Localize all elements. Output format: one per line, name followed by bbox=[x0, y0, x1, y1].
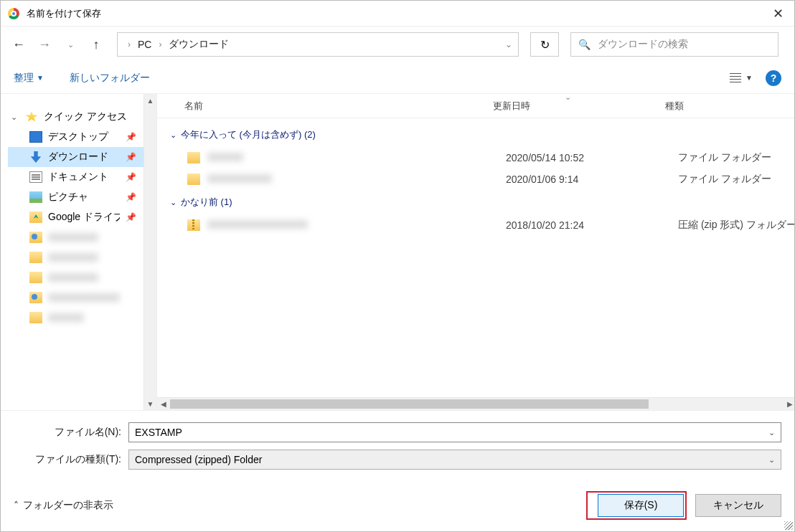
folder-icon bbox=[29, 292, 42, 303]
breadcrumb-downloads[interactable]: ダウンロード bbox=[166, 38, 232, 51]
pictures-icon bbox=[29, 191, 42, 203]
folder-icon bbox=[29, 232, 42, 243]
details-view-icon bbox=[730, 73, 741, 83]
chrome-icon bbox=[8, 8, 19, 19]
sidebar-item-folder[interactable] bbox=[8, 267, 144, 288]
filetype-label: ファイルの種類(T): bbox=[14, 453, 128, 466]
sidebar-item-folder[interactable] bbox=[8, 308, 144, 328]
chevron-down-icon: ⌄ bbox=[11, 113, 19, 122]
pin-icon: 📌 bbox=[126, 172, 136, 182]
search-input[interactable]: 🔍 ダウンロードの検索 bbox=[570, 32, 778, 57]
search-icon: 🔍 bbox=[578, 39, 591, 50]
google-drive-icon bbox=[29, 212, 42, 223]
refresh-button[interactable]: ↻ bbox=[530, 32, 559, 57]
horizontal-scrollbar[interactable]: ◀ ▶ bbox=[157, 397, 794, 410]
chevron-down-icon: ⌄ bbox=[170, 198, 177, 207]
file-group-header[interactable]: ⌄ 今年に入って (今月は含めず) (2) bbox=[157, 123, 794, 147]
resize-grip[interactable] bbox=[784, 521, 793, 530]
sidebar-item-downloads[interactable]: ダウンロード 📌 bbox=[8, 147, 144, 167]
recent-locations-button[interactable]: ⌄ bbox=[61, 35, 80, 54]
filetype-select[interactable]: Compressed (zipped) Folder ⌄ bbox=[128, 450, 781, 470]
nav-bar: ← → ⌄ ↑ › PC › ダウンロード ⌄ ↻ 🔍 ダウンロードの検索 bbox=[1, 27, 794, 62]
folder-icon bbox=[29, 252, 42, 263]
help-button[interactable]: ? bbox=[766, 70, 781, 86]
close-button[interactable]: ✕ bbox=[761, 1, 794, 27]
desktop-icon bbox=[29, 131, 42, 143]
sidebar-scrollbar[interactable]: ▲ ▼ bbox=[144, 94, 156, 410]
pin-icon: 📌 bbox=[126, 192, 136, 202]
search-placeholder: ダウンロードの検索 bbox=[598, 38, 688, 51]
pin-icon: 📌 bbox=[126, 132, 136, 142]
organize-button[interactable]: 整理▼ bbox=[14, 72, 44, 85]
hide-folders-button[interactable]: ˄ フォルダーの非表示 bbox=[14, 499, 113, 512]
scrollbar-thumb[interactable] bbox=[170, 399, 649, 409]
scroll-up-icon[interactable]: ▲ bbox=[144, 94, 156, 107]
filename-form: ファイル名(N): EXSTAMP ⌄ ファイルの種類(T): Compress… bbox=[1, 410, 794, 483]
scroll-down-icon[interactable]: ▼ bbox=[144, 397, 156, 410]
back-button[interactable]: ← bbox=[9, 35, 28, 54]
sidebar-item-folder[interactable] bbox=[8, 227, 144, 247]
pin-icon: 📌 bbox=[126, 212, 136, 222]
chevron-down-icon[interactable]: ⌄ bbox=[768, 455, 775, 465]
file-list: ⌄ 今年に入って (今月は含めず) (2) 2020/05/14 10:52 フ… bbox=[157, 118, 794, 397]
save-dialog: 名前を付けて保存 ✕ ← → ⌄ ↑ › PC › ダウンロード ⌄ ↻ 🔍 ダ… bbox=[0, 0, 795, 532]
cancel-button[interactable]: キャンセル bbox=[695, 494, 781, 517]
zip-icon bbox=[187, 219, 200, 231]
save-button-highlight: 保存(S) bbox=[586, 491, 687, 520]
document-icon bbox=[29, 171, 42, 183]
scroll-right-icon[interactable]: ▶ bbox=[784, 400, 794, 408]
sidebar-item-folder[interactable] bbox=[8, 288, 144, 308]
save-button[interactable]: 保存(S) bbox=[598, 494, 684, 517]
pin-icon: 📌 bbox=[126, 152, 136, 162]
folder-icon bbox=[187, 152, 200, 163]
filename-input[interactable]: EXSTAMP ⌄ bbox=[128, 422, 781, 442]
up-button[interactable]: ↑ bbox=[87, 35, 105, 54]
downloads-icon bbox=[29, 151, 42, 163]
new-folder-button[interactable]: 新しいフォルダー bbox=[70, 72, 150, 85]
file-row[interactable]: 2018/10/20 21:24 圧縮 (zip 形式) フォルダー bbox=[157, 214, 794, 236]
folder-icon bbox=[187, 174, 200, 185]
folder-icon bbox=[29, 272, 42, 283]
star-icon bbox=[25, 111, 38, 123]
forward-button[interactable]: → bbox=[35, 35, 54, 54]
sidebar: ⌄ クイック アクセス デスクトップ 📌 ダウンロード 📌 ドキュメント bbox=[1, 94, 156, 410]
titlebar: 名前を付けて保存 ✕ bbox=[1, 1, 794, 27]
column-name[interactable]: 名前 bbox=[184, 100, 493, 113]
file-group-header[interactable]: ⌄ かなり前 (1) bbox=[157, 190, 794, 214]
filename-label: ファイル名(N): bbox=[14, 426, 128, 439]
column-date[interactable]: ⌄ 更新日時 bbox=[493, 100, 665, 113]
column-headers: 名前 ⌄ 更新日時 種類 bbox=[157, 94, 794, 118]
column-type[interactable]: 種類 bbox=[665, 100, 794, 113]
scroll-left-icon[interactable]: ◀ bbox=[157, 400, 170, 408]
sort-desc-icon: ⌄ bbox=[565, 94, 571, 102]
sidebar-item-folder[interactable] bbox=[8, 247, 144, 267]
toolbar: 整理▼ 新しいフォルダー ▼ ? bbox=[1, 62, 794, 94]
sidebar-item-desktop[interactable]: デスクトップ 📌 bbox=[8, 127, 144, 147]
view-options-button[interactable]: ▼ bbox=[730, 73, 753, 83]
sidebar-quick-access[interactable]: ⌄ クイック アクセス bbox=[8, 107, 144, 127]
chevron-down-icon: ⌄ bbox=[170, 130, 177, 140]
sidebar-item-documents[interactable]: ドキュメント 📌 bbox=[8, 167, 144, 187]
window-title: 名前を付けて保存 bbox=[27, 7, 761, 20]
nav-tree: ⌄ クイック アクセス デスクトップ 📌 ダウンロード 📌 ドキュメント bbox=[1, 94, 144, 410]
file-row[interactable]: 2020/05/14 10:52 ファイル フォルダー bbox=[157, 147, 794, 168]
address-bar[interactable]: › PC › ダウンロード ⌄ bbox=[117, 32, 519, 57]
chevron-up-icon: ˄ bbox=[14, 500, 19, 511]
breadcrumb-pc[interactable]: PC bbox=[135, 39, 154, 50]
sidebar-item-pictures[interactable]: ピクチャ 📌 bbox=[8, 187, 144, 207]
file-row[interactable]: 2020/01/06 9:14 ファイル フォルダー bbox=[157, 168, 794, 190]
dialog-body: ⌄ クイック アクセス デスクトップ 📌 ダウンロード 📌 ドキュメント bbox=[1, 94, 794, 410]
folder-icon bbox=[29, 312, 42, 323]
dialog-footer: ˄ フォルダーの非表示 保存(S) キャンセル bbox=[1, 483, 794, 531]
chevron-right-icon: › bbox=[159, 39, 161, 49]
sidebar-item-google-drive[interactable]: Google ドライブ 📌 bbox=[8, 207, 144, 227]
chevron-down-icon[interactable]: ⌄ bbox=[505, 39, 512, 49]
chevron-right-icon: › bbox=[128, 39, 131, 49]
chevron-down-icon[interactable]: ⌄ bbox=[768, 428, 775, 437]
file-list-panel: 名前 ⌄ 更新日時 種類 ⌄ 今年に入って (今月は含めず) (2) 2020/… bbox=[156, 94, 794, 410]
